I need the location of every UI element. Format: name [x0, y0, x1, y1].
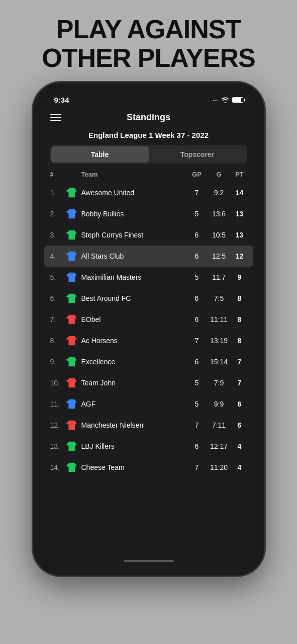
- app-title: Standings: [61, 112, 236, 123]
- shirt-icon: [64, 272, 77, 283]
- row-pt: 6: [232, 421, 247, 429]
- row-gp: 5: [188, 273, 206, 281]
- row-gp: 6: [188, 315, 206, 324]
- status-icons: ···: [213, 96, 243, 104]
- table-row[interactable]: 1. Awesome United 7 9:2 14: [40, 182, 257, 203]
- hamburger-menu[interactable]: [50, 114, 61, 121]
- table-row[interactable]: 4. All Stars Club 6 12:5 12: [44, 246, 253, 267]
- phone-frame: 9:34 ··· Standings Eng: [33, 83, 264, 576]
- shirt-icon: [64, 441, 77, 452]
- table-row[interactable]: 8. Ac Horsens 7 13:19 8: [40, 330, 257, 351]
- row-rank: 5.: [50, 273, 64, 281]
- app-header: Standings: [40, 107, 257, 127]
- row-gp: 7: [188, 189, 206, 197]
- row-team-name: Maximilian Masters: [81, 273, 188, 281]
- row-gp: 6: [188, 294, 206, 302]
- home-bar: [124, 560, 174, 562]
- row-rank: 14.: [50, 463, 64, 471]
- row-rank: 6.: [50, 294, 64, 302]
- row-team-name: Team John: [81, 379, 188, 387]
- row-rank: 13.: [50, 442, 64, 450]
- table-row[interactable]: 12. Manchester Nielsen 7 7:11 6: [40, 415, 257, 436]
- row-rank: 11.: [50, 400, 64, 408]
- row-g: 11:7: [206, 273, 232, 281]
- col-team-header: Team: [64, 171, 188, 178]
- table-row[interactable]: 2. Bobby Bullies 5 13:6 13: [40, 203, 257, 224]
- row-pt: 4: [232, 463, 247, 471]
- row-pt: 14: [232, 189, 247, 197]
- row-g: 13:19: [206, 337, 232, 345]
- row-pt: 8: [232, 337, 247, 345]
- row-rank: 9.: [50, 358, 64, 366]
- row-g: 9:2: [206, 189, 232, 197]
- table-row[interactable]: 7. EObel 6 11:11 8: [40, 309, 257, 330]
- row-gp: 7: [188, 337, 206, 345]
- league-title: England League 1 Week 37 - 2022: [40, 127, 257, 145]
- tabs-container: Table Topscorer: [50, 145, 247, 164]
- col-rank-header: #: [50, 171, 64, 178]
- table-row[interactable]: 3. Steph Currys Finest 6 10:5 13: [40, 224, 257, 246]
- table-row[interactable]: 13. LBJ Killers 6 12:17 4: [40, 436, 257, 457]
- row-pt: 6: [232, 400, 247, 408]
- shirt-icon: [64, 356, 77, 367]
- shirt-icon: [64, 335, 77, 346]
- row-gp: 6: [188, 231, 206, 239]
- shirt-icon: [64, 462, 77, 473]
- row-g: 7:9: [206, 379, 232, 387]
- status-bar: 9:34 ···: [40, 90, 257, 107]
- row-team-name: Manchester Nielsen: [81, 421, 188, 429]
- shirt-icon: [64, 314, 77, 325]
- row-team-name: Excellence: [81, 358, 188, 366]
- row-g: 15:14: [206, 358, 232, 366]
- col-gp-header: GP: [188, 171, 206, 178]
- shirt-icon: [64, 293, 77, 304]
- row-g: 10:5: [206, 231, 232, 239]
- row-team-name: LBJ Killers: [81, 442, 188, 450]
- row-gp: 6: [188, 252, 206, 260]
- table-row[interactable]: 9. Excellence 6 15:14 7: [40, 351, 257, 372]
- dots-icon: ···: [213, 96, 218, 104]
- row-pt: 12: [232, 252, 247, 260]
- row-g: 12:17: [206, 442, 232, 450]
- row-g: 11:20: [206, 463, 232, 471]
- row-pt: 13: [232, 210, 247, 218]
- row-pt: 8: [232, 315, 247, 324]
- table-row[interactable]: 6. Best Around FC 6 7:5 8: [40, 288, 257, 309]
- row-team-name: EObel: [81, 315, 188, 324]
- row-team-name: Ac Horsens: [81, 337, 188, 345]
- shirt-icon: [64, 187, 77, 198]
- row-rank: 1.: [50, 189, 64, 197]
- tab-table[interactable]: Table: [51, 146, 149, 163]
- row-pt: 8: [232, 294, 247, 302]
- phone-screen: 9:34 ··· Standings Eng: [40, 90, 257, 569]
- table-row[interactable]: 5. Maximilian Masters 5 11:7 9: [40, 267, 257, 288]
- row-rank: 3.: [50, 231, 64, 239]
- shirt-icon: [64, 251, 77, 262]
- shirt-icon: [64, 208, 77, 219]
- row-pt: 7: [232, 358, 247, 366]
- row-pt: 9: [232, 273, 247, 281]
- row-team-name: Cheese Team: [81, 463, 188, 471]
- row-gp: 5: [188, 379, 206, 387]
- headline: PLAY AGAINST OTHER PLAYERS: [27, 0, 270, 83]
- col-g-header: G: [206, 171, 232, 178]
- home-indicator: [40, 553, 257, 569]
- row-pt: 4: [232, 442, 247, 450]
- table-row[interactable]: 11. AGF 5 9:9 6: [40, 393, 257, 415]
- app-content: Standings England League 1 Week 37 - 202…: [40, 107, 257, 553]
- table-row[interactable]: 10. Team John 5 7:9 7: [40, 372, 257, 393]
- shirt-icon: [64, 377, 77, 388]
- wifi-icon: [221, 97, 229, 103]
- shirt-icon: [64, 398, 77, 410]
- tab-topscorer[interactable]: Topscorer: [149, 146, 246, 163]
- row-team-name: Awesome United: [81, 189, 188, 197]
- table-row[interactable]: 14. Cheese Team 7 11:20 4: [40, 457, 257, 478]
- row-rank: 4.: [50, 252, 64, 260]
- row-gp: 6: [188, 358, 206, 366]
- row-gp: 5: [188, 210, 206, 218]
- row-team-name: All Stars Club: [81, 252, 188, 260]
- row-g: 13:6: [206, 210, 232, 218]
- row-rank: 12.: [50, 421, 64, 429]
- row-team-name: Steph Currys Finest: [81, 231, 188, 239]
- row-g: 7:11: [206, 421, 232, 429]
